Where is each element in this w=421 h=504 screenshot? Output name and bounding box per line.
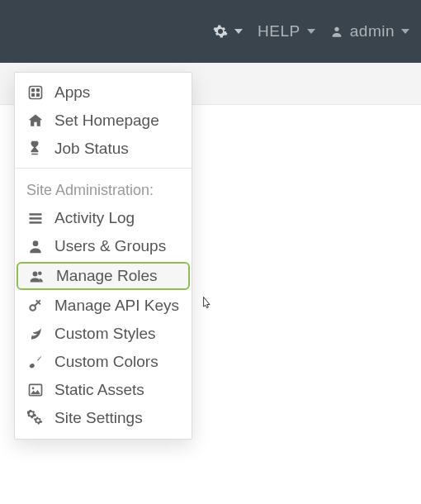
menu-divider [15, 168, 192, 169]
user-icon [330, 25, 343, 38]
menu-item-label: Static Assets [54, 381, 182, 399]
menu-item[interactable]: Apps [15, 78, 192, 107]
home-icon [26, 112, 45, 130]
menu-item-label: Activity Log [54, 209, 182, 227]
menu-item[interactable]: Activity Log [15, 204, 192, 232]
brush-icon [26, 353, 45, 371]
menu-item-label: Site Settings [54, 409, 182, 427]
menu-item[interactable]: Custom Colors [15, 348, 192, 376]
image-icon [26, 381, 45, 399]
menu-item-label: Custom Colors [54, 353, 182, 371]
pointer-cursor-icon [198, 295, 216, 313]
menu-item-label: Set Homepage [54, 112, 182, 130]
user-menu[interactable]: admin [330, 22, 409, 40]
menu-item[interactable]: Manage API Keys [15, 292, 192, 320]
apps-icon [26, 83, 45, 102]
help-label: HELP [258, 22, 300, 40]
chevron-down-icon [401, 29, 409, 34]
menu-item[interactable]: Manage Roles [17, 262, 190, 290]
user-label: admin [350, 22, 395, 40]
menu-item[interactable]: Static Assets [15, 376, 192, 404]
menu-item-label: Job Status [54, 140, 182, 158]
users-icon [28, 267, 46, 285]
chevron-down-icon [234, 29, 243, 34]
key-icon [26, 297, 45, 315]
menu-item-label: Apps [54, 83, 182, 102]
chevron-down-icon [307, 29, 315, 34]
leaf-icon [26, 325, 45, 343]
menu-item[interactable]: Set Homepage [15, 107, 192, 135]
menu-item[interactable]: Users & Groups [15, 232, 192, 260]
menu-item-label: Users & Groups [54, 237, 182, 255]
help-menu[interactable]: HELP [258, 22, 315, 40]
user-icon [26, 237, 45, 255]
topbar: HELP admin [0, 0, 421, 63]
menu-section-title: Site Administration: [15, 172, 192, 204]
menu-item[interactable]: Site Settings [15, 404, 192, 432]
gears-icon [26, 409, 45, 427]
menu-item[interactable]: Custom Styles [15, 320, 192, 348]
settings-dropdown: AppsSet HomepageJob Status Site Administ… [14, 72, 192, 440]
hourglass-icon [26, 140, 45, 158]
menu-item-label: Custom Styles [54, 325, 182, 343]
list-icon [26, 209, 45, 227]
settings-menu-trigger[interactable] [213, 24, 243, 39]
menu-item-label: Manage API Keys [54, 297, 182, 315]
menu-item[interactable]: Job Status [15, 135, 192, 163]
gear-icon [213, 24, 228, 39]
menu-item-label: Manage Roles [56, 267, 180, 285]
